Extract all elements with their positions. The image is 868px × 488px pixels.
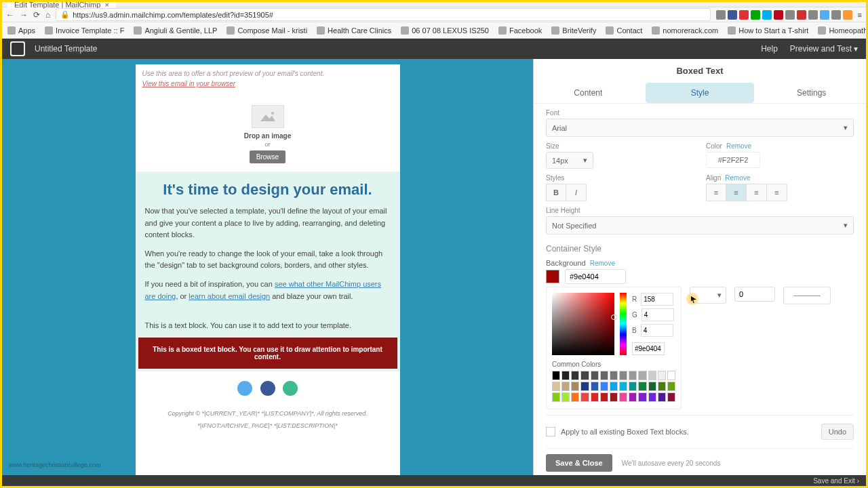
bookmark-item[interactable]: 06 07 08 LEXUS IS250	[401, 26, 489, 35]
align-left-button[interactable]: ≡	[706, 184, 726, 201]
align-remove-link[interactable]: Remove	[725, 174, 750, 182]
bookmark-item[interactable]: BriteVerify	[551, 26, 596, 35]
r-input[interactable]	[641, 293, 673, 306]
inspiration-link-2[interactable]: learn about email design	[189, 292, 270, 300]
image-drop-block[interactable]: Drop an image or Browse	[136, 93, 400, 171]
color-swatch[interactable]	[629, 371, 637, 380]
color-swatch[interactable]	[580, 392, 589, 402]
background-hex-input[interactable]	[565, 269, 626, 284]
bookmark-item[interactable]: Contact	[606, 26, 642, 35]
color-swatch[interactable]	[658, 371, 666, 380]
line-height-select[interactable]: Not Specified▾	[546, 216, 854, 235]
border-side-select[interactable]: ▾	[690, 287, 726, 304]
forward-icon[interactable]: →	[20, 10, 28, 20]
color-swatch[interactable]	[648, 371, 656, 380]
font-select[interactable]: Arial▾	[546, 119, 854, 137]
bookmark-item[interactable]: Angiuli & Gentile, LLP	[134, 26, 217, 35]
browse-button[interactable]: Browse	[250, 150, 285, 163]
reload-icon[interactable]: ⟳	[33, 10, 40, 20]
save-and-exit-link[interactable]: Save and Exit ›	[813, 477, 859, 485]
hue-slider[interactable]	[620, 293, 627, 355]
color-remove-link[interactable]: Remove	[726, 142, 751, 150]
bookmark-item[interactable]: Homeopathy Remedi	[818, 26, 868, 35]
color-swatch[interactable]	[629, 382, 637, 391]
color-swatch[interactable]	[580, 371, 589, 380]
color-swatch[interactable]	[667, 371, 675, 380]
url-field[interactable]: 🔒https://us9.admin.mailchimp.com/templat…	[56, 8, 710, 21]
link-icon[interactable]	[283, 381, 298, 396]
color-picker[interactable]: R G B Common Colors	[546, 287, 682, 409]
color-swatch[interactable]	[571, 392, 579, 402]
b-input[interactable]	[641, 324, 673, 337]
color-swatch[interactable]	[580, 382, 589, 391]
align-justify-button[interactable]: ≡	[767, 184, 787, 201]
color-swatch[interactable]	[600, 371, 608, 380]
color-swatch[interactable]	[552, 382, 560, 391]
bookmark-item[interactable]: Invoice Template :: F	[45, 26, 124, 35]
bookmark-item[interactable]: Compose Mail - kristi	[226, 26, 307, 35]
color-swatch[interactable]	[561, 382, 570, 391]
color-swatch[interactable]	[591, 382, 599, 391]
color-swatch[interactable]	[571, 371, 579, 380]
apply-all-checkbox[interactable]	[546, 427, 555, 436]
color-swatch[interactable]	[638, 392, 646, 402]
boxed-text-block[interactable]: This is a boxed text block. You can use …	[138, 338, 397, 369]
bookmark-item[interactable]: Health Care Clinics	[317, 26, 391, 35]
mailchimp-logo[interactable]	[10, 41, 25, 56]
color-swatch[interactable]	[610, 371, 618, 380]
color-swatch[interactable]	[591, 371, 599, 380]
color-swatch[interactable]	[600, 382, 608, 391]
preview-test-menu[interactable]: Preview and Test ▾	[790, 44, 858, 54]
close-tab-icon[interactable]: ×	[104, 1, 108, 9]
bookmark-item[interactable]: How to Start a T-shirt	[728, 26, 808, 35]
align-right-button[interactable]: ≡	[747, 184, 767, 201]
twitter-icon[interactable]	[237, 381, 252, 396]
color-swatch[interactable]	[667, 392, 675, 402]
color-swatch[interactable]	[561, 371, 570, 380]
color-swatch[interactable]	[610, 392, 618, 402]
color-swatch[interactable]	[648, 382, 656, 391]
email-canvas[interactable]: Use this area to offer a short preview o…	[136, 64, 400, 475]
tab-settings[interactable]: Settings	[757, 83, 866, 103]
hero-block[interactable]: It's time to design your email. Now that…	[136, 171, 400, 321]
menu-icon[interactable]: ≡	[858, 11, 862, 19]
facebook-icon[interactable]	[260, 381, 275, 396]
color-swatch[interactable]	[571, 382, 579, 391]
size-select[interactable]: 14px▾	[546, 152, 593, 169]
tab-style[interactable]: Style	[646, 83, 755, 103]
color-swatch[interactable]	[610, 382, 618, 391]
color-swatch[interactable]	[667, 382, 675, 391]
color-swatch[interactable]	[591, 392, 599, 402]
tab-content[interactable]: Content	[534, 83, 643, 103]
saturation-value-box[interactable]	[552, 293, 614, 355]
ext-icon[interactable]	[716, 10, 726, 20]
color-swatch[interactable]	[619, 382, 627, 391]
background-remove-link[interactable]: Remove	[590, 260, 615, 267]
text-color-value[interactable]: #F2F2F2	[706, 152, 760, 168]
view-in-browser-link[interactable]: View this email in your browser	[136, 80, 400, 93]
color-swatch[interactable]	[552, 392, 560, 402]
color-swatch[interactable]	[619, 392, 627, 402]
undo-button[interactable]: Undo	[821, 424, 854, 440]
color-swatch[interactable]	[648, 392, 656, 402]
border-width-input[interactable]	[734, 287, 775, 302]
preheader-text[interactable]: Use this area to offer a short preview o…	[136, 64, 400, 80]
bold-button[interactable]: B	[546, 184, 566, 201]
color-swatch[interactable]	[638, 382, 646, 391]
italic-button[interactable]: I	[566, 184, 587, 201]
background-swatch[interactable]	[546, 270, 559, 283]
border-style-preview[interactable]	[783, 287, 831, 304]
color-swatch[interactable]	[619, 371, 627, 380]
color-swatch[interactable]	[658, 382, 666, 391]
help-link[interactable]: Help	[761, 44, 778, 54]
color-swatch[interactable]	[629, 392, 637, 402]
align-center-button[interactable]: ≡	[726, 184, 747, 201]
back-icon[interactable]: ←	[6, 10, 14, 20]
color-swatch[interactable]	[600, 392, 608, 402]
bookmark-item[interactable]: Facebook	[498, 26, 542, 35]
color-swatch[interactable]	[638, 371, 646, 380]
g-input[interactable]	[642, 308, 674, 321]
bookmark-item[interactable]: nomorerack.com	[652, 26, 718, 35]
color-swatch[interactable]	[552, 371, 560, 380]
color-swatch[interactable]	[658, 392, 666, 402]
